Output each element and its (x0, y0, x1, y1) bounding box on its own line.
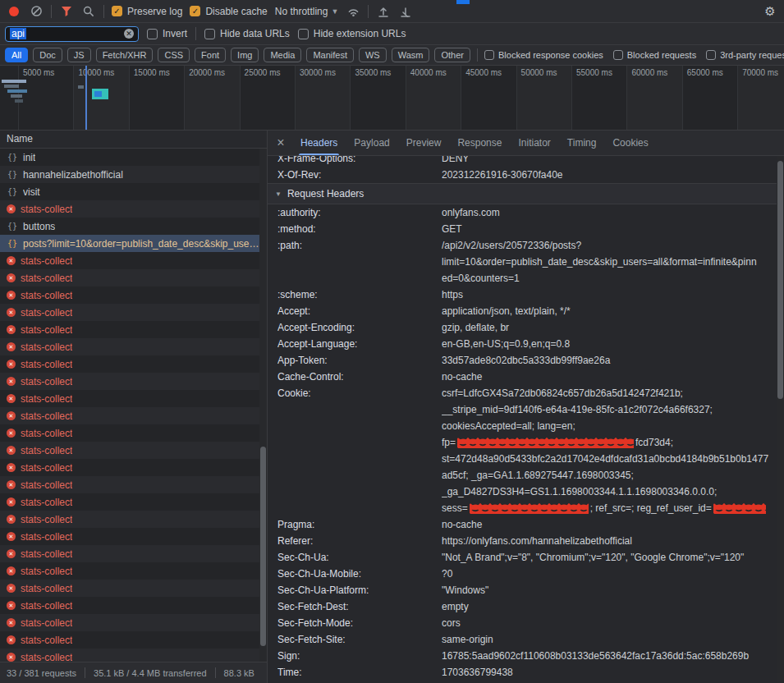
type-chip-font[interactable]: Font (195, 48, 226, 62)
details-scrollbar[interactable] (777, 156, 784, 683)
script-braces-icon: {} (7, 170, 18, 179)
type-chip-ws[interactable]: WS (359, 48, 387, 62)
type-chip-manifest[interactable]: Manifest (306, 48, 354, 62)
request-list-item[interactable]: ✕stats-collect (0, 614, 267, 631)
header-value: 202312261916-30670fa40e (442, 167, 784, 183)
details-tabs: × HeadersPayloadPreviewResponseInitiator… (268, 131, 784, 156)
request-name: stats-collect (21, 462, 72, 474)
request-list-item[interactable]: ✕stats-collect (0, 442, 267, 459)
type-chip-img[interactable]: Img (231, 48, 259, 62)
request-list-item[interactable]: ✕stats-collect (0, 373, 267, 390)
failed-request-icon: ✕ (7, 635, 16, 644)
failed-request-icon: ✕ (7, 429, 16, 438)
request-list-item[interactable]: {}posts?limit=10&order=publish_date_desc… (0, 235, 267, 252)
request-list-scrollbar[interactable] (259, 149, 267, 662)
hide-extension-urls-checkbox[interactable] (298, 29, 309, 39)
request-list-item[interactable]: ✕stats-collect (0, 355, 267, 373)
tab-preview[interactable]: Preview (398, 131, 450, 155)
request-list-item[interactable]: {}visit (0, 183, 267, 200)
scrollbar-thumb[interactable] (777, 161, 783, 399)
name-column-header[interactable]: Name (0, 131, 267, 149)
request-list-item[interactable]: ✕stats-collect (0, 511, 267, 528)
header-row: :path:/api2/v2/users/20572336/posts?limi… (268, 237, 784, 286)
toolbar-divider (368, 5, 369, 18)
request-list-item[interactable]: ✕stats-collect (0, 200, 267, 218)
request-list-item[interactable]: ✕stats-collect (0, 493, 267, 511)
timeline-gridline (18, 66, 19, 130)
invert-checkbox[interactable] (147, 29, 158, 39)
tab-headers[interactable]: Headers (292, 131, 346, 155)
tab-cookies[interactable]: Cookies (604, 131, 656, 155)
tab-response[interactable]: Response (449, 131, 510, 155)
request-list-item[interactable]: {}init (0, 149, 267, 166)
clear-filter-icon[interactable]: ✕ (124, 29, 134, 39)
close-details-button[interactable]: × (269, 131, 292, 155)
request-list-item[interactable]: ✕stats-collect (0, 269, 267, 286)
timeline-gridline (516, 66, 517, 130)
type-chip-media[interactable]: Media (264, 48, 301, 62)
3rd-party-requests-checkbox[interactable] (706, 50, 716, 60)
type-chip-css[interactable]: CSS (158, 48, 190, 62)
record-button[interactable] (7, 4, 21, 19)
type-filter-chips: AllDocJSFetch/XHRCSSFontImgMediaManifest… (5, 48, 470, 62)
throttling-select[interactable]: No throttling ▼ (275, 6, 339, 17)
header-value: GET (442, 221, 784, 237)
request-list-item[interactable]: ✕stats-collect (0, 304, 267, 321)
search-button[interactable] (81, 4, 96, 19)
request-list-item[interactable]: ✕stats-collect (0, 459, 267, 476)
request-list-item[interactable]: ✕stats-collect (0, 545, 267, 562)
response-headers-tail: X-Frame-Options:DENYX-Of-Rev:20231226191… (268, 156, 784, 183)
tab-initiator[interactable]: Initiator (510, 131, 558, 155)
preserve-log-checkbox[interactable]: ✓ (112, 6, 122, 16)
export-har-button[interactable] (398, 4, 413, 19)
request-list-item[interactable]: ✕stats-collect (0, 580, 267, 597)
settings-gear-icon[interactable]: ⚙ (763, 4, 777, 19)
request-list-item[interactable]: ✕stats-collect (0, 390, 267, 407)
request-name: stats-collect (21, 393, 72, 405)
request-list-item[interactable]: ✕stats-collect (0, 286, 267, 304)
request-list-item[interactable]: {}buttons (0, 218, 267, 235)
checkbox-label: Blocked requests (627, 50, 696, 60)
type-chip-doc[interactable]: Doc (33, 48, 62, 62)
disable-cache-checkbox[interactable]: ✓ (190, 6, 200, 16)
header-row: Accept:application/json, text/plain, */* (268, 303, 784, 319)
request-list-item[interactable]: ✕stats-collect (0, 338, 267, 355)
blocked-requests-checkbox[interactable] (613, 50, 623, 60)
scrollbar-thumb[interactable] (260, 447, 266, 647)
timeline-gridline (406, 66, 406, 130)
type-chip-js[interactable]: JS (67, 48, 91, 62)
waterfall-bar (15, 99, 23, 103)
import-har-button[interactable] (376, 4, 391, 19)
network-overview-timeline[interactable]: 5000 ms10000 ms15000 ms20000 ms25000 ms3… (0, 66, 784, 131)
type-chip-fetch-xhr[interactable]: Fetch/XHR (96, 48, 154, 62)
failed-request-icon: ✕ (7, 618, 16, 627)
header-row: Pragma:no-cache (268, 516, 784, 533)
request-list-item[interactable]: ✕stats-collect (0, 407, 267, 424)
blocked-response-cookies-checkbox[interactable] (484, 50, 494, 60)
request-list-panel: Name {}init{}hannahelizabethofficial{}vi… (0, 131, 268, 683)
invert-control: Invert (147, 28, 187, 39)
request-headers-section-header[interactable]: ▼ Request Headers (268, 183, 784, 204)
request-list-item[interactable]: ✕stats-collect (0, 631, 267, 649)
failed-request-icon: ✕ (7, 480, 16, 489)
request-list-item[interactable]: ✕stats-collect (0, 649, 267, 662)
request-list-item[interactable]: ✕stats-collect (0, 562, 267, 580)
request-list-item[interactable]: ✕stats-collect (0, 528, 267, 545)
request-list-item[interactable]: ✕stats-collect (0, 252, 267, 269)
type-chip-all[interactable]: All (5, 48, 28, 62)
tab-timing[interactable]: Timing (559, 131, 605, 155)
filter-input[interactable]: api ✕ (5, 26, 139, 42)
hide-data-urls-checkbox[interactable] (204, 29, 215, 39)
header-row: :method:GET (268, 221, 784, 237)
network-conditions-button[interactable] (346, 4, 360, 19)
type-chip-wasm[interactable]: Wasm (392, 48, 430, 62)
clear-button[interactable] (29, 4, 44, 19)
tab-payload[interactable]: Payload (346, 131, 397, 155)
type-chip-other[interactable]: Other (434, 48, 470, 62)
request-list-item[interactable]: ✕stats-collect (0, 597, 267, 614)
request-list-item[interactable]: {}hannahelizabethofficial (0, 166, 267, 183)
filter-toggle-button[interactable] (59, 4, 74, 19)
request-list-item[interactable]: ✕stats-collect (0, 321, 267, 338)
request-list-item[interactable]: ✕stats-collect (0, 424, 267, 442)
request-list-item[interactable]: ✕stats-collect (0, 476, 267, 493)
